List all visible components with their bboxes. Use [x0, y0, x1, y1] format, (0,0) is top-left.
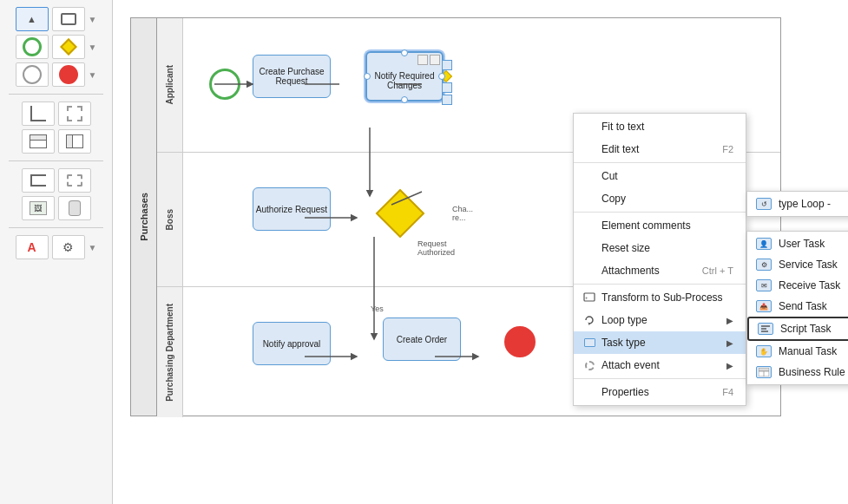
- gateway-label-changes: Cha...re...: [452, 205, 473, 222]
- menu-loop-type[interactable]: Loop type ▶: [574, 309, 746, 331]
- swimlane-title: Purchases: [131, 18, 157, 416]
- submenu-business-rule-task[interactable]: Business Rule Task: [747, 362, 848, 383]
- separator-2: [574, 212, 746, 213]
- task-type-submenu-arrow: ▶: [726, 338, 733, 348]
- menu-attachments[interactable]: Attachments Ctrl + T: [574, 259, 746, 282]
- task-notify-changes[interactable]: Notify Required Changes: [365, 51, 444, 101]
- reset-icon: [582, 241, 596, 255]
- end-event[interactable]: [504, 326, 536, 357]
- end-event-tool[interactable]: [16, 62, 49, 87]
- text-tool[interactable]: A: [16, 235, 49, 259]
- submenu-loop-type[interactable]: ↺ type Loop -: [747, 193, 848, 214]
- tool-chevron-2[interactable]: ▼: [89, 43, 97, 52]
- submenu-service-task[interactable]: ⚙ Service Task: [747, 254, 848, 275]
- tool-chevron-1[interactable]: ▼: [89, 15, 97, 24]
- gateway-label-authorized: RequestAuthorized: [417, 239, 455, 257]
- edit-text-icon: [582, 142, 596, 156]
- handle-right[interactable]: [438, 73, 445, 80]
- comments-icon: [582, 219, 596, 232]
- cylinder-tool[interactable]: [58, 196, 91, 220]
- start-event-tool[interactable]: [16, 35, 49, 59]
- dashed-tool[interactable]: [58, 101, 91, 126]
- separator-3: [574, 284, 746, 285]
- lane-boss-label: Boss: [157, 153, 183, 286]
- submenu-send-task[interactable]: 📤 Send Task: [747, 296, 848, 317]
- gear-tool[interactable]: ⚙: [52, 235, 85, 259]
- loop-type-icon: ↺: [756, 198, 772, 210]
- handle-top[interactable]: [401, 49, 408, 56]
- swimlane-h-tool[interactable]: [22, 129, 55, 154]
- service-task-icon: ⚙: [756, 259, 772, 271]
- handle-bottom[interactable]: [401, 96, 408, 103]
- gear-icon: ⚙: [62, 240, 74, 254]
- boundary-tool[interactable]: [22, 101, 55, 126]
- separator-1: [574, 162, 746, 163]
- rectangle-tool[interactable]: [52, 7, 85, 31]
- transform-icon: +: [582, 291, 596, 304]
- gateway-tool[interactable]: [52, 35, 85, 59]
- menu-element-comments[interactable]: Element comments: [574, 214, 746, 237]
- annotation-tool[interactable]: [22, 168, 55, 193]
- submenu-receive-task[interactable]: ✉ Receive Task: [747, 275, 848, 296]
- receive-task-icon: ✉: [756, 279, 772, 291]
- task-icon-2: [430, 55, 440, 65]
- side-icon-3: [442, 82, 452, 93]
- toolbar: ▲ ▼ ▼ ▼: [0, 0, 113, 504]
- attachments-icon: [582, 264, 596, 278]
- side-icon-1: [442, 60, 452, 70]
- submenu-manual-task[interactable]: ✋ Manual Task: [747, 341, 848, 362]
- menu-cut[interactable]: Cut: [574, 165, 746, 187]
- menu-attach-event[interactable]: Attach event ▶: [574, 354, 746, 376]
- label-yes: Yes: [371, 304, 384, 313]
- menu-reset-size[interactable]: Reset size: [574, 237, 746, 259]
- submenu-user-task[interactable]: 👤 User Task: [747, 233, 848, 254]
- main-canvas: Purchases Applicant Create Purchas: [113, 0, 848, 504]
- text-icon: A: [27, 240, 36, 254]
- select-tool[interactable]: ▲: [16, 7, 49, 31]
- task-create-order[interactable]: Create Order: [383, 317, 461, 361]
- svg-rect-15: [759, 368, 769, 371]
- task-notify-approval[interactable]: Notify approval: [253, 322, 331, 365]
- loop-icon: [582, 313, 596, 327]
- separator-4: [574, 378, 746, 379]
- end-event-red-tool[interactable]: [52, 62, 85, 87]
- lane-purchasing-label: Purchasing Department: [157, 287, 183, 417]
- handle-left[interactable]: [364, 73, 371, 80]
- side-icon-4: [442, 95, 452, 105]
- user-task-icon: 👤: [756, 238, 772, 250]
- menu-properties[interactable]: Properties F4: [574, 381, 746, 403]
- script-task-icon: [758, 323, 773, 335]
- properties-icon: [582, 385, 596, 399]
- fit-to-text-icon: [582, 120, 596, 134]
- business-rule-task-icon: [756, 366, 772, 378]
- lane-applicant-label: Applicant: [157, 18, 183, 152]
- submenu-script-task[interactable]: Script Task: [747, 317, 848, 341]
- canvas[interactable]: Purchases Applicant Create Purchas: [113, 0, 848, 504]
- group-tool[interactable]: [58, 168, 91, 193]
- context-menu: Fit to text Edit text F2 Cut: [573, 113, 746, 406]
- start-event[interactable]: [209, 69, 240, 100]
- task-authorize[interactable]: Authorize Request: [253, 187, 331, 231]
- send-task-icon: 📤: [756, 300, 772, 312]
- cut-icon: [582, 169, 596, 183]
- menu-task-type[interactable]: Task type ▶: [574, 331, 746, 354]
- task-create-purchase[interactable]: Create Purchase Request: [253, 55, 331, 98]
- submenu-task: 👤 User Task ⚙ Service Task ✉ Receive Tas…: [746, 231, 848, 385]
- submenu-loop: ↺ type Loop -: [746, 191, 848, 217]
- tool-chevron-3[interactable]: ▼: [89, 70, 97, 80]
- copy-icon: [582, 192, 596, 206]
- attach-event-icon: [582, 358, 596, 372]
- swimlane-v-tool[interactable]: [58, 129, 91, 154]
- image-tool[interactable]: 🖼: [22, 196, 55, 220]
- task-type-menu-icon: [582, 336, 596, 350]
- attach-event-arrow: ▶: [726, 361, 733, 370]
- task-icon-1: [417, 55, 428, 65]
- svg-text:+: +: [585, 295, 588, 300]
- menu-fit-to-text[interactable]: Fit to text: [574, 115, 746, 138]
- menu-copy[interactable]: Copy: [574, 187, 746, 210]
- gateway-1[interactable]: [376, 189, 425, 239]
- tool-chevron-4[interactable]: ▼: [89, 243, 97, 252]
- menu-edit-text[interactable]: Edit text F2: [574, 138, 746, 160]
- menu-transform-subprocess[interactable]: + Transform to Sub-Process: [574, 286, 746, 309]
- manual-task-icon: ✋: [756, 345, 772, 357]
